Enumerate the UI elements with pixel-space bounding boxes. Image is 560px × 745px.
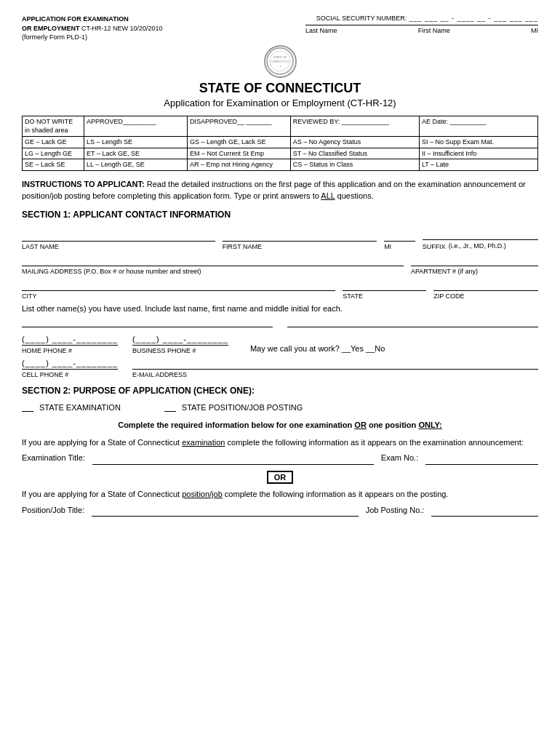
zip-label: ZIP CODE xyxy=(433,292,538,300)
position-title-label: Position/Job Title: xyxy=(22,504,84,517)
other-name-2-line[interactable] xyxy=(287,317,538,327)
exam-no-label: Exam No.: xyxy=(381,452,418,465)
position-option-label: STATE POSITION/JOB POSTING xyxy=(182,403,303,412)
first-name-field: FIRST NAME xyxy=(223,231,377,250)
exam-option-label: STATE EXAMINATION xyxy=(39,403,121,412)
ssn-label: SOCIAL SECURITY NUMBER: xyxy=(316,15,407,22)
formerly-form: (formerly Form PLD-1) xyxy=(22,33,87,41)
email-field: E-MAIL ADDRESS xyxy=(132,359,538,378)
exam-no-input[interactable] xyxy=(425,455,538,465)
exam-text: complete the following information as it… xyxy=(228,438,524,447)
page-subtitle: Application for Examination or Employmen… xyxy=(22,97,538,108)
first-name-label: FIRST NAME xyxy=(223,243,377,250)
state-label: STATE xyxy=(343,292,426,300)
admin-si-no: SI – No Supp Exam Mat. xyxy=(419,136,537,148)
admin-table: DO NOT WRITE in shaded area APPROVED____… xyxy=(22,116,538,171)
apartment-field: APARTMENT # (if any) xyxy=(411,256,538,275)
exam-title-input[interactable] xyxy=(92,455,374,465)
business-phone-group: (____) ____-________ BUSINESS PHONE # xyxy=(132,335,228,354)
other-name-2 xyxy=(287,317,538,327)
suffix-field: SUFFIX (i.e., Jr., MD, Ph.D.) xyxy=(423,230,538,250)
admin-cs-status: CS – Status in Class xyxy=(290,159,419,171)
instructions-end: questions. xyxy=(337,191,374,200)
ssn-blanks: ___ ___ __ - ____ __ - ___ ___ ___ xyxy=(409,15,538,22)
zip-field: ZIP CODE xyxy=(433,281,538,300)
admin-lt-late: LT – Late xyxy=(419,159,537,171)
last-name-label: LAST NAME xyxy=(22,243,215,250)
complete-note-only: ONLY: xyxy=(418,421,441,429)
exam-check-blank[interactable] xyxy=(22,403,33,412)
cell-phone-format[interactable]: (____) ____-________ xyxy=(22,359,118,370)
admin-ls-length: LS – Length SE xyxy=(84,136,188,148)
mi-line[interactable] xyxy=(384,231,415,242)
state-field: STATE xyxy=(343,281,426,300)
complete-note-part2: one position xyxy=(369,421,416,429)
state-line[interactable] xyxy=(343,281,426,291)
mailing-address-label: MAILING ADDRESS (P.O. Box # or house num… xyxy=(22,268,404,275)
email-line[interactable] xyxy=(132,359,538,370)
apartment-label: APARTMENT # (if any) xyxy=(411,268,538,275)
state-exam-option[interactable]: STATE EXAMINATION xyxy=(22,403,121,412)
name-row: LAST NAME FIRST NAME MI SUFFIX (i.e., Jr… xyxy=(22,230,538,250)
complete-note: Complete the required information below … xyxy=(22,421,538,429)
app-info: APPLICATION FOR EXAMINATION OR EMPLOYMEN… xyxy=(22,15,163,42)
exam-title-label: Examination Title: xyxy=(22,452,85,465)
section2-title: SECTION 2: PURPOSE OF APPLICATION (CHECK… xyxy=(22,386,538,396)
city-line[interactable] xyxy=(22,281,335,291)
home-phone-label: HOME PHONE # xyxy=(22,347,118,354)
other-names-text: List other name(s) you have used. Includ… xyxy=(22,304,538,313)
header-mi: MI xyxy=(531,27,538,34)
admin-se-lack: SE – Lack SE xyxy=(23,159,84,171)
admin-as-no: AS – No Agency Status xyxy=(290,136,419,148)
admin-st-no: ST – No Classified Status xyxy=(290,148,419,159)
admin-et-lack: ET – Lack GE, SE xyxy=(84,148,188,159)
instructions-all: ALL xyxy=(321,191,335,200)
admin-approved: APPROVED_________ xyxy=(84,116,188,136)
ssn-block: SOCIAL SECURITY NUMBER: ___ ___ __ - ___… xyxy=(305,15,538,34)
svg-text:STATE OF: STATE OF xyxy=(273,55,288,59)
city-field: CITY xyxy=(22,281,335,300)
admin-do-not-write: DO NOT WRITE in shaded area xyxy=(23,116,84,136)
suffix-line[interactable] xyxy=(423,230,538,240)
mailing-address-line[interactable] xyxy=(22,256,404,266)
form-code: CT-HR-12 NEW 10/20/2010 xyxy=(81,25,163,32)
position-intro: If you are applying for a State of Conne… xyxy=(22,490,180,498)
exam-underline: examination xyxy=(182,438,225,447)
position-no-input[interactable] xyxy=(431,506,538,517)
position-check-blank[interactable] xyxy=(164,403,176,412)
business-phone-format[interactable]: (____) ____-________ xyxy=(132,335,228,346)
apartment-line[interactable] xyxy=(411,256,538,266)
name-header-row: Last Name First Name MI xyxy=(305,25,538,34)
state-position-option[interactable]: STATE POSITION/JOB POSTING xyxy=(164,403,303,412)
other-names-row xyxy=(22,317,538,327)
home-phone-format[interactable]: (____) ____-________ xyxy=(22,335,118,346)
city-label: CITY xyxy=(22,292,335,300)
position-section: If you are applying for a State of Conne… xyxy=(22,488,538,517)
purpose-row: STATE EXAMINATION STATE POSITION/JOB POS… xyxy=(22,403,538,412)
exam-section: If you are applying for a State of Conne… xyxy=(22,437,538,465)
exam-line: Examination Title: Exam No.: xyxy=(22,452,538,465)
position-title-input[interactable] xyxy=(92,506,358,517)
first-name-line[interactable] xyxy=(223,231,377,242)
zip-line[interactable] xyxy=(433,281,538,291)
svg-text:CONNECTICUT: CONNECTICUT xyxy=(271,60,289,63)
instructions-label: INSTRUCTIONS TO APPLICANT: xyxy=(22,180,145,188)
admin-em-not: EM – Not Current St Emp xyxy=(187,148,290,159)
logo-area: STATE OF CONNECTICUT ★ xyxy=(22,45,538,78)
cell-phone-label: CELL PHONE # xyxy=(22,371,118,378)
phone-row: (____) ____-________ HOME PHONE # (____)… xyxy=(22,335,538,354)
other-name-1 xyxy=(22,317,273,327)
admin-ll-length: LL – Length GE, SE xyxy=(84,159,188,171)
header-last-name: Last Name xyxy=(305,27,337,34)
position-no-label: Job Posting No.: xyxy=(366,504,425,517)
admin-ae-date: AE Date: __________ xyxy=(419,116,537,136)
position-underline: position/job xyxy=(182,490,223,498)
suffix-label: SUFFIX xyxy=(423,243,446,250)
page-title: STATE OF CONNECTICUT xyxy=(22,81,538,96)
may-call-text: May we call you at work? __Yes __No xyxy=(250,344,385,354)
mi-label: MI xyxy=(384,243,415,250)
other-name-1-line[interactable] xyxy=(22,317,273,327)
header-first-name: First Name xyxy=(418,27,450,34)
or-badge: OR xyxy=(267,471,294,484)
last-name-line[interactable] xyxy=(22,231,215,242)
